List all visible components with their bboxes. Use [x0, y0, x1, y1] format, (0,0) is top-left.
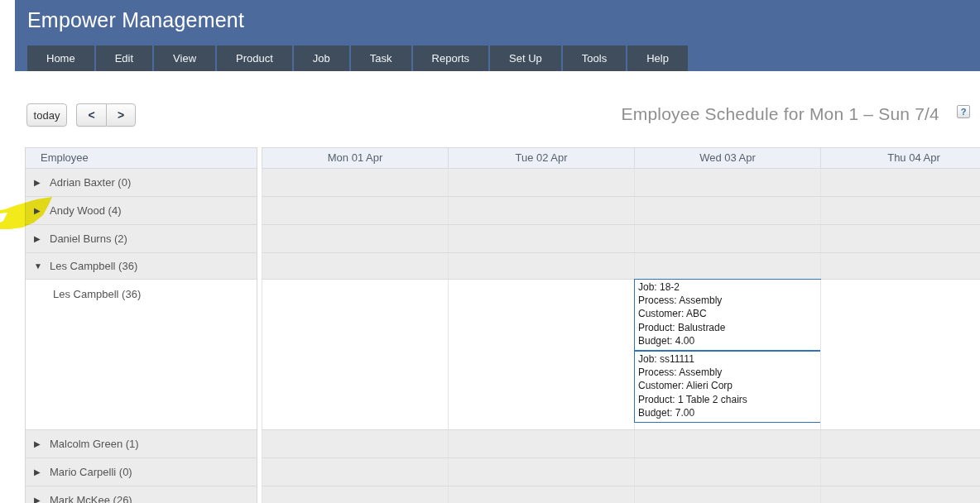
next-week-button[interactable]: > [106, 103, 136, 127]
employee-subrow-les-campbell: Les Campbell (36) [26, 280, 257, 430]
grid-cell[interactable] [634, 169, 820, 196]
grid-cell[interactable] [262, 225, 448, 252]
grid-cell[interactable] [448, 253, 634, 279]
menu-item-home[interactable]: Home [27, 46, 94, 71]
grid-cell-wed[interactable]: Job: 18-2 Process: Assembly Customer: AB… [634, 280, 820, 429]
date-header-mon: Mon 01 Apr [262, 148, 448, 168]
grid-cell[interactable] [634, 486, 820, 503]
help-icon[interactable]: ? [957, 105, 970, 118]
grid-cell[interactable] [448, 225, 634, 252]
employee-row-les-campbell[interactable]: ▼ Les Campbell (36) [26, 253, 257, 280]
grid-cell[interactable] [820, 253, 980, 279]
expand-triangle-icon[interactable]: ▶ [34, 206, 44, 215]
empower-management-window: Empower Management Home Edit View Produc… [0, 0, 980, 503]
grid-row [262, 253, 980, 280]
grid-cell[interactable] [262, 458, 448, 486]
event-customer-line: Customer: Alieri Corp [638, 379, 817, 392]
event-job-line: Job: 18-2 [638, 280, 817, 294]
grid-cell[interactable] [262, 430, 448, 457]
event-process-line: Process: Assembly [638, 366, 817, 379]
event-product-line: Product: 1 Table 2 chairs [638, 393, 817, 406]
grid-cell[interactable] [634, 197, 820, 224]
expand-triangle-icon[interactable]: ▶ [34, 496, 44, 503]
employee-column: Employee ▶ Adrian Baxter (0) ▶ Andy Wood… [25, 147, 257, 503]
grid-cell[interactable] [634, 458, 820, 486]
event-customer-line: Customer: ABC [638, 307, 817, 320]
grid-cell[interactable] [820, 197, 980, 224]
menu-item-task[interactable]: Task [351, 46, 411, 71]
expand-triangle-icon[interactable]: ▶ [34, 439, 44, 448]
grid-cell[interactable] [262, 253, 448, 279]
collapse-triangle-icon[interactable]: ▼ [34, 261, 44, 271]
grid-cell[interactable] [262, 197, 448, 224]
employee-row-andy-wood[interactable]: ▶ Andy Wood (4) [26, 197, 257, 225]
grid-cell[interactable] [448, 430, 634, 457]
employee-row-adrian-baxter[interactable]: ▶ Adrian Baxter (0) [26, 169, 257, 197]
menu-bar: Home Edit View Product Job Task Reports … [27, 46, 688, 71]
event-budget-line: Budget: 4.00 [638, 334, 817, 347]
grid-cell[interactable] [448, 280, 634, 429]
employee-subrow-label: Les Campbell (36) [26, 280, 257, 300]
grid-row [262, 225, 980, 253]
employee-row-mario-carpelli[interactable]: ▶ Mario Carpelli (0) [26, 458, 257, 486]
job-event-18-2[interactable]: Job: 18-2 Process: Assembly Customer: AB… [634, 279, 821, 351]
employee-row-label: Adrian Baxter (0) [50, 176, 131, 189]
grid-row [262, 486, 980, 503]
grid-cell[interactable] [820, 458, 980, 486]
date-header-thu: Thu 04 Apr [820, 148, 980, 168]
grid-cell[interactable] [262, 169, 448, 196]
schedule-title: Employee Schedule for Mon 1 – Sun 7/4 [622, 104, 939, 124]
event-process-line: Process: Assembly [638, 294, 817, 307]
grid-cell[interactable] [634, 225, 820, 252]
grid-cell[interactable] [262, 280, 448, 429]
employee-row-label: Les Campbell (36) [50, 260, 137, 272]
event-budget-line: Budget: 7.00 [638, 406, 817, 419]
expand-triangle-icon[interactable]: ▶ [34, 467, 44, 477]
chevron-left-icon: < [88, 108, 94, 122]
menu-item-edit[interactable]: Edit [96, 46, 152, 71]
grid-cell[interactable] [820, 280, 980, 429]
date-header-row: Mon 01 Apr Tue 02 Apr Wed 03 Apr Thu 04 … [262, 147, 980, 169]
grid-cell[interactable] [448, 169, 634, 196]
employee-row-daniel-burns[interactable]: ▶ Daniel Burns (2) [26, 225, 257, 253]
expand-triangle-icon[interactable]: ▶ [34, 178, 44, 187]
grid-row [262, 197, 980, 225]
date-header-wed: Wed 03 Apr [634, 148, 820, 168]
grid-cell[interactable] [820, 169, 980, 196]
menu-item-job[interactable]: Job [294, 46, 349, 71]
grid-cell[interactable] [448, 197, 634, 224]
schedule-grid: Mon 01 Apr Tue 02 Apr Wed 03 Apr Thu 04 … [262, 147, 980, 503]
grid-cell[interactable] [634, 253, 820, 279]
grid-row [262, 458, 980, 486]
grid-cell[interactable] [820, 486, 980, 503]
event-product-line: Product: Balustrade [638, 321, 817, 334]
event-job-line: Job: ss11111 [638, 352, 817, 366]
week-nav-group: < > [76, 103, 136, 127]
app-title: Empower Management [27, 8, 244, 32]
prev-week-button[interactable]: < [76, 103, 106, 127]
chevron-right-icon: > [118, 108, 124, 122]
grid-cell[interactable] [448, 486, 634, 503]
job-event-ss11111[interactable]: Job: ss11111 Process: Assembly Customer:… [634, 351, 821, 423]
employee-row-mark-mckee[interactable]: ▶ Mark McKee (26) [26, 486, 257, 503]
grid-cell[interactable] [448, 458, 634, 486]
expand-triangle-icon[interactable]: ▶ [34, 234, 44, 243]
grid-cell[interactable] [820, 430, 980, 457]
grid-cell[interactable] [820, 225, 980, 252]
grid-row [262, 430, 980, 458]
employee-column-header: Employee [26, 147, 257, 169]
today-button[interactable]: today [26, 103, 67, 127]
grid-subrow-les-campbell: Job: 18-2 Process: Assembly Customer: AB… [262, 280, 980, 430]
grid-cell[interactable] [634, 430, 820, 457]
grid-cell[interactable] [262, 486, 448, 503]
menu-item-help[interactable]: Help [627, 46, 688, 71]
menu-item-tools[interactable]: Tools [563, 46, 626, 71]
view-title-area: Employee Schedule for Mon 1 – Sun 7/4 ? [622, 104, 970, 124]
menu-item-view[interactable]: View [154, 46, 215, 71]
menu-item-reports[interactable]: Reports [413, 46, 489, 71]
grid-row [262, 169, 980, 197]
employee-row-label: Andy Wood (4) [50, 204, 121, 217]
employee-row-malcolm-green[interactable]: ▶ Malcolm Green (1) [26, 430, 257, 458]
menu-item-product[interactable]: Product [217, 46, 292, 71]
menu-item-setup[interactable]: Set Up [490, 46, 561, 71]
